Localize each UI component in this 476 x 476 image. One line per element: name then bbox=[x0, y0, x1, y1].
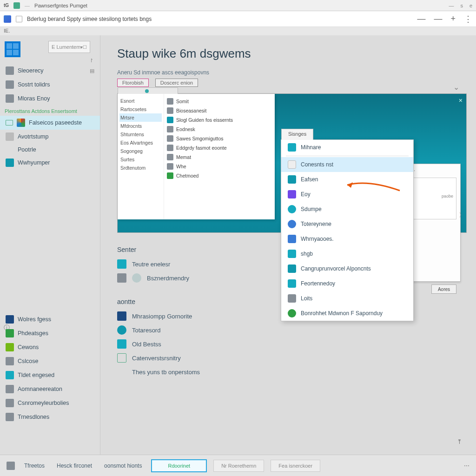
start-logo-icon[interactable] bbox=[5, 41, 20, 57]
sm-app-label: Slogl Guiden fos eissernts bbox=[176, 117, 233, 123]
bottombar-item-hesck[interactable]: Hesck firconet bbox=[54, 461, 95, 471]
context-menu-tab[interactable]: Sisnges bbox=[281, 129, 313, 140]
menu-item-shgb[interactable]: shgb bbox=[281, 246, 413, 261]
sidebar-item-sostrt[interactable]: Sostrt tolidrs bbox=[0, 78, 100, 92]
menu-item-eoy[interactable]: Eoy bbox=[281, 187, 413, 202]
sidebar-item-avotrtstump[interactable]: Avotrtstump bbox=[0, 130, 100, 144]
menu-separator bbox=[286, 156, 409, 156]
bottombar-item-tfreetos[interactable]: Tfreetos bbox=[21, 461, 47, 471]
sm-app[interactable]: Sawes Smgomiguttos bbox=[165, 134, 274, 143]
sidebar-item-phdeatsges[interactable]: Phdeatsges bbox=[0, 326, 100, 340]
sm-item[interactable]: Eos Alvartnges bbox=[119, 139, 162, 147]
sidebar-collapse-icon[interactable]: ↾ bbox=[0, 58, 100, 64]
sidebar-item-wwhyumper[interactable]: Wwhyumper bbox=[0, 156, 100, 170]
sidebar-item-tldet[interactable]: Tldet engesed bbox=[0, 368, 100, 382]
sm-app-label: Bioseasanesit bbox=[176, 108, 206, 113]
sm-app[interactable]: Slogl Guiden fos eissernts bbox=[165, 115, 274, 125]
preview-close-icon[interactable]: × bbox=[459, 97, 463, 104]
window-s-button[interactable]: s bbox=[460, 3, 463, 8]
sidebar-search-input[interactable]: E Lumentem ▾☐ bbox=[48, 41, 90, 53]
app-icon bbox=[13, 2, 20, 9]
bottombar-item-oonsmot[interactable]: oonsmot hionts bbox=[101, 461, 145, 471]
window-e-button[interactable]: e bbox=[469, 3, 472, 8]
sm-item[interactable]: Esnort bbox=[119, 97, 162, 105]
sidebar-item-trnesdl[interactable]: Trnesdlones ▤ bbox=[0, 410, 100, 424]
bottombar-right-icon[interactable]: ⋯ bbox=[464, 463, 469, 469]
menu-item-conesnts[interactable]: Conesnts nst bbox=[281, 157, 413, 172]
setting-row-totaresord[interactable]: Totaresord bbox=[117, 323, 459, 337]
window-title: Pawnserfgntes Pumget bbox=[34, 3, 87, 8]
sidebar-item-label: Cslcose bbox=[18, 358, 38, 364]
sm-app[interactable]: Chetmoed bbox=[165, 171, 274, 180]
sm-item[interactable]: Shturntens bbox=[119, 130, 162, 139]
menu-item-sdumpe[interactable]: Sdumpe bbox=[281, 202, 413, 217]
sidebar-item-sleoerecy[interactable]: Sleoerecy ▤ bbox=[0, 64, 100, 78]
letter-icon bbox=[288, 160, 296, 169]
dialog-ok-button[interactable]: Aores bbox=[431, 284, 456, 294]
circle2-icon bbox=[288, 220, 296, 228]
menu-item-bonrohhet[interactable]: Bonrohhet Mdwnon F Sapornduy bbox=[281, 306, 413, 321]
sm-item[interactable]: Rartocsetes bbox=[119, 105, 162, 113]
sidebar-item-label: Sleoerecy bbox=[18, 67, 44, 74]
sm-item[interactable]: Mrtsre bbox=[119, 113, 162, 122]
setting-row-old-bestss[interactable]: Old Bestss bbox=[117, 337, 459, 351]
start-menu-tab[interactable] bbox=[118, 87, 178, 94]
menu-item-whrnyaooes[interactable]: Whrnyaooes. bbox=[281, 231, 413, 246]
sidebar-item-mloras[interactable]: Mloras Enoy bbox=[0, 92, 100, 106]
document-tabbar: Bderlug berand Sppty simee stesilong tor… bbox=[0, 11, 476, 27]
sidebar-item-csnrom[interactable]: Csnromeyleurbolies bbox=[0, 396, 100, 410]
bottombar-ghost1-button[interactable]: Nr Roerethemn bbox=[213, 460, 264, 472]
sm-app[interactable]: Eddgrdy fasmot eoonte bbox=[165, 143, 274, 152]
item-action-icon[interactable]: ▤ bbox=[90, 68, 94, 74]
sidebar-item-cslcose[interactable]: Cslcose bbox=[0, 354, 100, 368]
menu-item-label: Totereynene bbox=[301, 221, 331, 227]
menu-item-label: Eafsen bbox=[301, 176, 318, 183]
sm-item[interactable]: Sogongeg bbox=[119, 147, 162, 155]
menu-item-eafsen[interactable]: Eafsen bbox=[281, 172, 413, 187]
bottombar-ghost2-button[interactable]: Fea isnerckoer bbox=[271, 460, 320, 472]
menu-item-cangrupr[interactable]: Cangruprunvorcel Alponcnts bbox=[281, 261, 413, 276]
sm-item[interactable]: Mfdrocnts bbox=[119, 122, 162, 130]
sm-app[interactable]: Whe bbox=[165, 162, 274, 171]
sm-app[interactable]: Somit bbox=[165, 97, 274, 106]
setting-label: Teutre enelesr bbox=[132, 261, 170, 268]
window-minimize-button[interactable]: — bbox=[449, 3, 454, 8]
sidebar-item-wolres[interactable]: Wolres fgess ▪ bbox=[0, 312, 100, 326]
setting-label: Old Bestss bbox=[132, 341, 161, 348]
tool-icon[interactable] bbox=[7, 462, 15, 470]
sidebar-item-pootrle[interactable]: Pootrle bbox=[0, 144, 100, 156]
menu-item-mihnare[interactable]: Mihnare bbox=[281, 140, 413, 155]
tab-title: Bderlug berand Sppty simee stesilong tor… bbox=[27, 16, 152, 22]
sidebar-item-label: Tldet engesed bbox=[18, 372, 54, 378]
chip-ftorobish[interactable]: Ftorobish bbox=[117, 79, 149, 87]
sm-app-label: Somit bbox=[176, 99, 189, 104]
menu-item-loits[interactable]: Loits bbox=[281, 291, 413, 306]
tab-new-button[interactable]: + bbox=[450, 14, 456, 24]
upload-icon[interactable]: ⤒ bbox=[457, 438, 462, 445]
sm-app[interactable]: Eodnesk bbox=[165, 125, 274, 134]
tab-minimize-button[interactable]: — bbox=[417, 14, 425, 24]
title-chevron-icon[interactable] bbox=[453, 83, 459, 92]
sm-item[interactable]: Srdtenutom bbox=[119, 164, 162, 172]
sidebar-item-aomna[interactable]: Aomnaneereaton bbox=[0, 382, 100, 396]
bottombar-selected-button[interactable]: Rdoorinet bbox=[151, 459, 207, 472]
tab-dash-button[interactable]: — bbox=[434, 14, 442, 24]
tab-more-button[interactable]: ⋮ bbox=[464, 14, 472, 24]
sidebar-item-falseicos[interactable]: Falseicos paseedste bbox=[0, 116, 100, 130]
setting-row-thes-yuns[interactable]: Thes yuns tb onperstoms bbox=[117, 365, 459, 379]
page-subtitle: Aneru Sd inmnoe ascs eeagoispovns bbox=[117, 69, 459, 76]
bag-icon bbox=[117, 311, 126, 321]
dialog-next-icon[interactable]: 〉 bbox=[459, 211, 465, 219]
page-title: Staup wike 6m dsgwems bbox=[117, 46, 459, 61]
chip-doscerc[interactable]: Doscerc enion bbox=[155, 79, 198, 87]
doc-icon bbox=[117, 339, 126, 349]
sm-item[interactable]: Surtes bbox=[119, 155, 162, 164]
setting-row-catenver[interactable]: Catenverstsrsnitry bbox=[117, 351, 459, 365]
color-icon bbox=[17, 119, 25, 127]
sm-app[interactable]: Memat bbox=[165, 152, 274, 162]
sidebar: E Lumentem ▾☐ ↾ Sleoerecy ▤ Sostrt tolid… bbox=[0, 35, 100, 455]
menu-item-feortenn[interactable]: Feortennedoy bbox=[281, 276, 413, 291]
sm-app[interactable]: Bioseasanesit bbox=[165, 106, 274, 115]
sidebar-item-cewons[interactable]: Cewons bbox=[0, 340, 100, 354]
menu-item-totereynene[interactable]: Totereynene bbox=[281, 217, 413, 231]
